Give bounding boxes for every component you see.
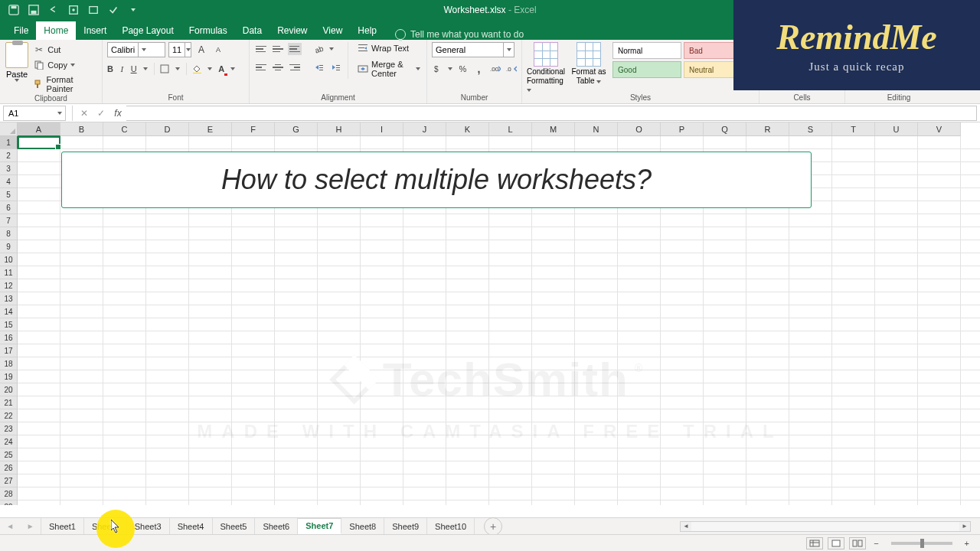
row-header-9[interactable]: 9 xyxy=(0,240,18,253)
scroll-right-button[interactable]: ► xyxy=(959,522,970,531)
align-left-button[interactable] xyxy=(254,61,268,73)
comma-button[interactable]: , xyxy=(473,62,485,76)
paste-button[interactable]: Paste xyxy=(5,42,29,94)
horizontal-scrollbar[interactable]: ◄ ► xyxy=(680,521,971,532)
title-textbox[interactable]: How to select multiple worksheets? xyxy=(61,152,812,208)
align-middle-button[interactable] xyxy=(271,43,285,55)
zoom-thumb[interactable] xyxy=(920,539,924,548)
row-header-29[interactable]: 29 xyxy=(0,500,18,505)
qat-icon-6[interactable] xyxy=(107,4,119,16)
percent-button[interactable]: % xyxy=(457,62,469,76)
tab-view[interactable]: View xyxy=(315,21,351,40)
column-header-N[interactable]: N xyxy=(575,122,618,136)
row-header-27[interactable]: 27 xyxy=(0,474,18,487)
copy-button[interactable]: Copy xyxy=(32,59,97,71)
column-header-H[interactable]: H xyxy=(318,122,361,136)
row-header-28[interactable]: 28 xyxy=(0,487,18,500)
tab-home[interactable]: Home xyxy=(36,21,76,40)
enter-formula-button[interactable]: ✓ xyxy=(93,108,109,119)
normal-view-button[interactable] xyxy=(806,537,823,549)
cut-button[interactable]: ✂Cut xyxy=(32,44,97,56)
sheet-tab-sheet9[interactable]: Sheet9 xyxy=(384,518,427,534)
row-header-19[interactable]: 19 xyxy=(0,370,18,383)
column-header-I[interactable]: I xyxy=(361,122,403,136)
sheet-nav-arrows[interactable]: ◄► xyxy=(0,518,41,534)
sheet-tab-sheet3[interactable]: Sheet3 xyxy=(127,518,170,534)
save-icon[interactable] xyxy=(28,4,40,16)
scroll-track[interactable] xyxy=(691,522,959,531)
row-header-21[interactable]: 21 xyxy=(0,396,18,409)
new-sheet-button[interactable]: + xyxy=(484,517,502,536)
column-header-D[interactable]: D xyxy=(146,122,189,136)
sheet-tab-sheet7[interactable]: Sheet7 xyxy=(298,518,341,534)
column-header-G[interactable]: G xyxy=(275,122,318,136)
autosave-icon[interactable] xyxy=(8,4,20,16)
row-header-3[interactable]: 3 xyxy=(0,162,18,175)
tab-review[interactable]: Review xyxy=(270,21,315,40)
zoom-slider[interactable] xyxy=(891,542,952,545)
row-header-25[interactable]: 25 xyxy=(0,448,18,461)
row-header-1[interactable]: 1 xyxy=(0,136,18,149)
column-header-B[interactable]: B xyxy=(60,122,103,136)
row-header-10[interactable]: 10 xyxy=(0,253,18,266)
formula-input[interactable] xyxy=(126,106,977,121)
align-center-button[interactable] xyxy=(271,61,285,73)
tab-insert[interactable]: Insert xyxy=(76,21,114,40)
row-header-2[interactable]: 2 xyxy=(0,149,18,162)
qat-icon-5[interactable] xyxy=(87,4,100,16)
increase-indent-button[interactable] xyxy=(329,60,343,74)
conditional-formatting-button[interactable]: Conditional Formatting xyxy=(527,42,565,93)
redo-icon[interactable] xyxy=(67,4,80,16)
page-layout-view-button[interactable] xyxy=(828,537,844,549)
increase-decimal-button[interactable]: .00 xyxy=(489,62,501,76)
cancel-formula-button[interactable]: ✕ xyxy=(76,108,93,119)
column-header-F[interactable]: F xyxy=(232,122,275,136)
name-box[interactable]: A1 xyxy=(3,106,66,121)
sheet-tab-sheet10[interactable]: Sheet10 xyxy=(427,518,475,534)
column-header-V[interactable]: V xyxy=(918,122,961,136)
column-header-A[interactable]: A xyxy=(18,122,60,136)
row-header-4[interactable]: 4 xyxy=(0,175,18,188)
column-header-L[interactable]: L xyxy=(489,122,532,136)
tab-formulas[interactable]: Formulas xyxy=(181,21,235,40)
number-format-combo[interactable]: General xyxy=(432,42,514,57)
row-header-8[interactable]: 8 xyxy=(0,227,18,240)
sheet-tab-sheet6[interactable]: Sheet6 xyxy=(255,518,298,534)
row-header-18[interactable]: 18 xyxy=(0,357,18,370)
underline-button[interactable]: U xyxy=(131,62,137,76)
row-header-20[interactable]: 20 xyxy=(0,383,18,396)
column-header-J[interactable]: J xyxy=(403,122,446,136)
column-header-C[interactable]: C xyxy=(103,122,146,136)
row-header-12[interactable]: 12 xyxy=(0,279,18,292)
sheet-tab-sheet2[interactable]: Sheet2 xyxy=(84,518,127,534)
font-name-combo[interactable]: Calibri xyxy=(107,42,165,57)
column-header-O[interactable]: O xyxy=(618,122,661,136)
row-header-26[interactable]: 26 xyxy=(0,461,18,474)
borders-button[interactable] xyxy=(160,62,169,76)
tab-data[interactable]: Data xyxy=(235,21,270,40)
row-header-23[interactable]: 23 xyxy=(0,422,18,435)
accounting-button[interactable]: $ xyxy=(432,62,443,76)
row-header-5[interactable]: 5 xyxy=(0,188,18,201)
row-header-11[interactable]: 11 xyxy=(0,266,18,279)
row-header-6[interactable]: 6 xyxy=(0,201,18,214)
column-header-T[interactable]: T xyxy=(832,122,875,136)
row-header-15[interactable]: 15 xyxy=(0,318,18,331)
grow-font-button[interactable]: A xyxy=(194,43,208,57)
column-header-S[interactable]: S xyxy=(789,122,832,136)
zoom-in-button[interactable]: + xyxy=(962,539,972,548)
column-header-R[interactable]: R xyxy=(746,122,789,136)
cell-styles-gallery[interactable]: Normal Bad Good Neutral xyxy=(612,42,753,93)
style-normal[interactable]: Normal xyxy=(612,42,681,59)
column-header-U[interactable]: U xyxy=(875,122,918,136)
column-header-Q[interactable]: Q xyxy=(704,122,746,136)
tab-page-layout[interactable]: Page Layout xyxy=(114,21,181,40)
spreadsheet-grid[interactable]: ABCDEFGHIJKLMNOPQRSTUV 12345678910111213… xyxy=(0,122,980,505)
sheet-tab-sheet5[interactable]: Sheet5 xyxy=(213,518,256,534)
align-right-button[interactable] xyxy=(288,61,302,73)
column-header-E[interactable]: E xyxy=(189,122,232,136)
decrease-indent-button[interactable] xyxy=(312,60,326,74)
qat-customize-icon[interactable] xyxy=(127,4,139,16)
scroll-left-button[interactable]: ◄ xyxy=(681,522,691,531)
column-header-K[interactable]: K xyxy=(446,122,489,136)
